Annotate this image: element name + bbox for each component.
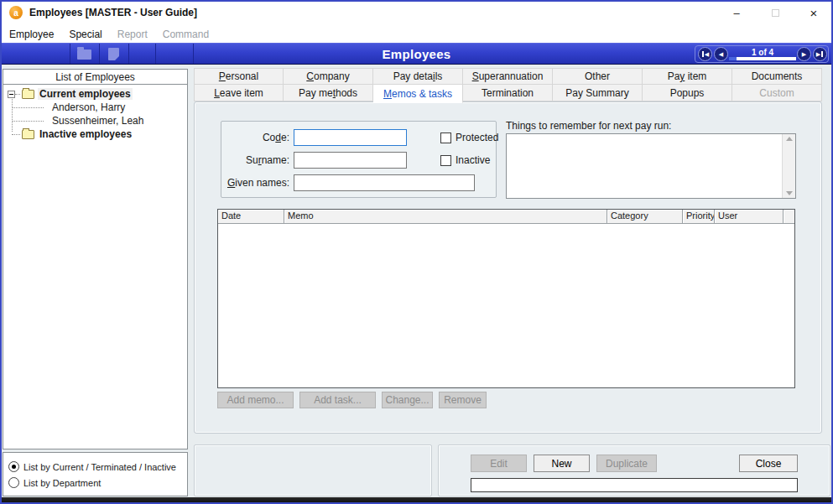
column-header-memo[interactable]: Memo [284, 210, 607, 224]
tab-company[interactable]: Company [284, 68, 373, 85]
radio-unselected-icon[interactable] [8, 477, 19, 488]
collapse-icon[interactable] [8, 91, 15, 98]
record-navigator: ◀ ◀ 1 of 4 ▶ ▶ [695, 45, 829, 63]
employee-list-panel: List of Employees Current employees Ande… [3, 69, 188, 449]
radio-selected-icon[interactable] [8, 461, 19, 472]
given-names-label: Given names: [221, 177, 294, 189]
window-controls: – × [717, 0, 833, 25]
memo-action-buttons: Add memo... Add task... Change... Remove [217, 392, 487, 408]
add-task-button: Add task... [299, 392, 376, 408]
list-by-department-option[interactable]: List by Department [8, 475, 182, 491]
column-header-priority[interactable]: Priority [683, 210, 715, 224]
column-header-date[interactable]: Date [218, 210, 284, 224]
surname-label: Surname: [221, 154, 294, 166]
code-input[interactable] [294, 129, 407, 146]
toolbar: Employees ◀ ◀ 1 of 4 ▶ ▶ [0, 43, 833, 65]
app-logo-icon: a [9, 6, 23, 19]
column-header-filler [784, 210, 794, 224]
column-header-category[interactable]: Category [607, 210, 683, 224]
tab-strip: Personal Company Pay details Superannuat… [194, 68, 822, 101]
last-record-button[interactable]: ▶ [813, 47, 827, 61]
tab-memos-tasks[interactable]: Memos & tasks [373, 85, 463, 103]
employee-identity-group: Code: Protected Surname: Inactive Given … [221, 121, 497, 198]
given-names-input[interactable] [294, 174, 475, 191]
next-record-icon: ▶ [802, 51, 806, 57]
window-bottom-edge [0, 497, 833, 504]
status-field[interactable] [471, 478, 798, 492]
tree-item-employee[interactable]: Sussenheimer, Leah [3, 114, 187, 127]
tree-item-label[interactable]: Anderson, Harry [44, 101, 125, 113]
column-header-user[interactable]: User [715, 210, 784, 224]
tab-pay-summary[interactable]: Pay Summary [553, 85, 643, 101]
tab-superannuation[interactable]: Superannuation [463, 68, 553, 85]
inactive-option[interactable]: Inactive [440, 154, 490, 166]
menu-employee[interactable]: Employee [2, 25, 61, 43]
protected-option[interactable]: Protected [440, 132, 498, 143]
close-button[interactable]: Close [739, 455, 798, 472]
menubar: Employee Special Report Command [0, 25, 833, 43]
menu-report: Report [110, 25, 155, 43]
surname-input[interactable] [294, 152, 407, 169]
employee-list-header: List of Employees [3, 70, 187, 85]
maximize-icon [772, 9, 779, 17]
tree-group-current[interactable]: Current employees [3, 87, 187, 101]
reminders-textarea[interactable] [506, 133, 796, 199]
folder-icon [22, 90, 34, 99]
tab-leave-item[interactable]: Leave item [194, 85, 284, 101]
tab-popups[interactable]: Popups [643, 85, 732, 101]
last-record-icon [821, 51, 823, 57]
previous-record-button[interactable]: ◀ [714, 47, 728, 61]
tree-group-label[interactable]: Inactive employees [38, 128, 133, 140]
inactive-label: Inactive [456, 154, 490, 166]
tab-row-2: Leave item Pay methods Memos & tasks Ter… [194, 85, 822, 101]
next-record-button[interactable]: ▶ [797, 47, 811, 61]
footer-actions-panel: Edit New Duplicate Close [438, 444, 830, 496]
duplicate-button: Duplicate [596, 455, 657, 472]
memos-tasks-panel: Code: Protected Surname: Inactive Given … [194, 101, 822, 434]
folder-icon [22, 130, 34, 139]
new-button[interactable]: New [534, 455, 590, 472]
record-progress-thumb [729, 57, 737, 60]
scroll-down-icon[interactable] [786, 191, 793, 195]
tab-pay-item[interactable]: Pay item [643, 68, 732, 85]
tab-termination[interactable]: Termination [463, 85, 553, 101]
maximize-button [756, 0, 794, 25]
protected-label: Protected [456, 132, 498, 143]
remove-button: Remove [439, 392, 487, 408]
minimize-button[interactable]: – [717, 0, 756, 25]
first-record-button[interactable]: ◀ [698, 47, 712, 61]
reminders-scrollbar[interactable] [782, 134, 795, 198]
tree-item-employee[interactable]: Anderson, Harry [3, 101, 187, 114]
tree-item-label[interactable]: Sussenheimer, Leah [44, 115, 143, 127]
tree-group-label[interactable]: Current employees [38, 88, 133, 100]
list-view-options-panel: List by Current / Terminated / Inactive … [3, 452, 188, 496]
memo-table-header: Date Memo Category Priority User [218, 210, 794, 224]
edit-button: Edit [471, 455, 527, 472]
add-memo-button: Add memo... [217, 392, 294, 408]
menu-special[interactable]: Special [61, 25, 109, 43]
radio-label: List by Current / Terminated / Inactive [23, 462, 176, 472]
reminders-label: Things to remember for next pay run: [506, 120, 671, 132]
tab-pay-methods[interactable]: Pay methods [284, 85, 373, 101]
tree-group-inactive[interactable]: Inactive employees [3, 127, 187, 141]
protected-checkbox[interactable] [440, 132, 451, 143]
radio-label: List by Department [23, 478, 101, 488]
tab-pay-details[interactable]: Pay details [373, 68, 463, 85]
change-button: Change... [382, 392, 433, 408]
record-count-label: 1 of 4 [752, 48, 773, 57]
footer-spacer-panel [194, 444, 432, 496]
first-record-icon [702, 51, 704, 57]
record-progress-track[interactable] [729, 57, 796, 60]
tab-personal[interactable]: Personal [194, 68, 284, 85]
tab-documents[interactable]: Documents [732, 68, 822, 85]
close-window-button[interactable]: × [794, 0, 833, 25]
previous-record-icon: ◀ [719, 51, 723, 57]
tab-custom: Custom [732, 85, 822, 101]
list-by-status-option[interactable]: List by Current / Terminated / Inactive [8, 459, 182, 475]
window-title: Employees [MASTER - User Guide] [29, 7, 197, 18]
tab-other[interactable]: Other [553, 68, 643, 85]
code-label: Code: [221, 132, 294, 143]
scroll-up-icon[interactable] [786, 137, 793, 141]
inactive-checkbox[interactable] [440, 155, 451, 166]
titlebar: a Employees [MASTER - User Guide] – × [0, 0, 833, 25]
